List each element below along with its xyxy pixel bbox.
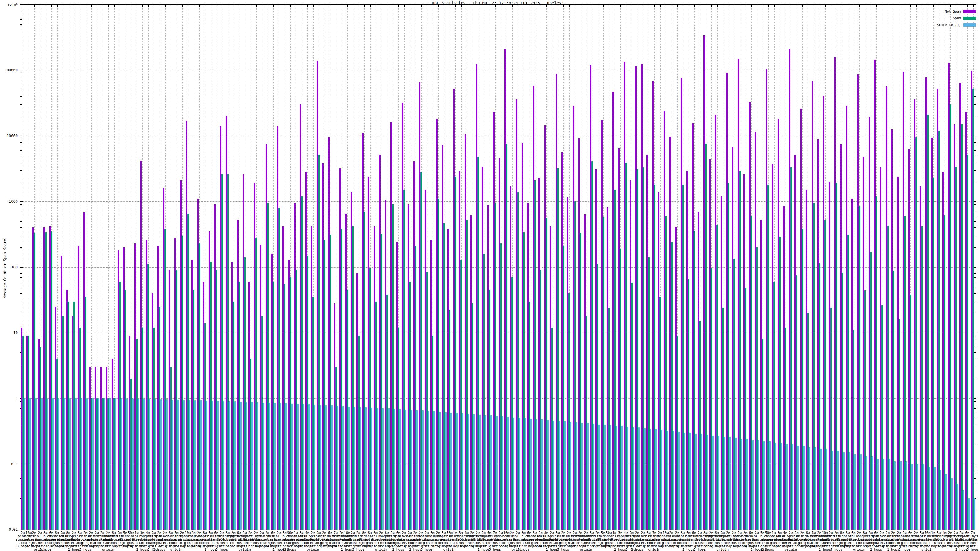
bar-spam	[939, 131, 940, 530]
x-tick-top	[694, 5, 695, 7]
y-minor-tick	[975, 270, 976, 270]
x-tick-top	[188, 5, 188, 7]
y-minor-tick	[975, 116, 976, 116]
bar-score	[832, 451, 833, 530]
x-tick-top	[74, 5, 75, 7]
x-tick-top	[928, 5, 928, 7]
x-tick-top	[393, 5, 393, 7]
x-tick-top	[438, 5, 439, 7]
y-minor-tick	[20, 247, 22, 248]
bar-score	[701, 434, 702, 530]
bar-score	[309, 404, 310, 530]
x-tick-top	[142, 5, 143, 7]
bar-score	[837, 451, 839, 530]
bar-score	[428, 411, 430, 530]
x-tick-top	[700, 5, 700, 7]
x-tick-top	[330, 5, 331, 7]
bar-score	[866, 456, 867, 530]
y-tick-label: 1	[0, 396, 18, 400]
bar-score	[741, 439, 742, 530]
y-minor-tick	[975, 247, 976, 248]
x-tick-top	[410, 5, 410, 7]
y-minor-tick	[975, 150, 976, 151]
x-tick-top	[666, 5, 667, 7]
y-minor-tick	[20, 227, 22, 228]
bar-score	[968, 499, 970, 530]
bar-score	[536, 419, 538, 530]
bar-score	[251, 402, 253, 530]
x-tick-top	[740, 5, 740, 7]
x-tick-top	[234, 5, 234, 7]
bar-score	[621, 426, 623, 530]
y-tick-label: 100	[0, 265, 18, 269]
x-tick-top	[598, 5, 598, 7]
y-minor-tick	[20, 142, 22, 143]
bar-score	[826, 449, 827, 530]
x-tick-top	[967, 5, 968, 7]
bar-score	[900, 461, 902, 530]
y-minor-tick	[20, 39, 22, 39]
bar-score	[581, 423, 583, 530]
bar-score	[706, 435, 708, 530]
x-tick-top	[382, 5, 382, 7]
bar-score	[411, 410, 412, 530]
bar-score	[803, 446, 805, 530]
bar-score	[143, 399, 145, 530]
x-tick-top	[154, 5, 154, 7]
x-tick-top	[245, 5, 245, 7]
y-tick-label: 10	[0, 330, 18, 335]
bar-score	[508, 417, 509, 530]
bar-score	[462, 413, 463, 530]
bar-score	[69, 398, 71, 530]
bar-score	[758, 440, 759, 530]
x-tick-label-line: 5 hops	[514, 548, 533, 551]
x-tick-top	[626, 5, 626, 7]
bar-score	[661, 430, 662, 530]
y-minor-tick	[975, 142, 976, 143]
legend-swatch	[964, 10, 976, 13]
x-tick-top	[177, 5, 177, 7]
y-minor-tick	[975, 367, 976, 367]
y-minor-tick	[975, 359, 976, 359]
y-minor-tick	[975, 313, 976, 313]
x-tick-top	[34, 5, 35, 7]
x-tick-top	[467, 5, 467, 7]
y-minor-tick	[20, 302, 22, 302]
bar-score	[974, 499, 975, 530]
y-minor-tick	[20, 150, 22, 151]
x-tick-top	[837, 5, 837, 7]
y-minor-tick	[975, 227, 976, 228]
x-tick-top	[535, 5, 535, 7]
bar-spam	[950, 105, 951, 530]
bar-score	[98, 398, 99, 530]
y-minor-tick	[20, 270, 22, 270]
y-minor-tick	[20, 277, 22, 278]
x-tick-label-line: origin	[170, 548, 183, 551]
h-gridline	[20, 70, 976, 70]
y-minor-tick	[975, 205, 976, 205]
bar-score	[354, 407, 355, 530]
y-minor-tick	[975, 51, 976, 51]
bar-score	[912, 464, 913, 530]
y-minor-tick	[20, 139, 22, 139]
y-major-tick	[20, 267, 23, 268]
bar-score	[718, 436, 719, 530]
x-tick-top	[791, 5, 791, 7]
x-tick-top	[620, 5, 621, 7]
bar-score	[479, 415, 480, 530]
bar-score	[450, 413, 452, 530]
bar-score	[393, 409, 395, 530]
x-tick-top	[182, 5, 183, 7]
y-minor-tick	[975, 146, 976, 146]
bar-score	[587, 423, 589, 530]
x-tick-top	[80, 5, 80, 7]
y-minor-tick	[975, 302, 976, 302]
bar-score	[24, 398, 25, 530]
y-major-tick	[20, 136, 23, 136]
bar-score	[297, 404, 299, 530]
bar-score	[314, 405, 315, 530]
bar-score	[456, 413, 458, 530]
y-minor-tick	[20, 30, 22, 31]
y-tick-label: 1x106	[0, 2, 18, 7]
bar-score	[781, 443, 782, 530]
